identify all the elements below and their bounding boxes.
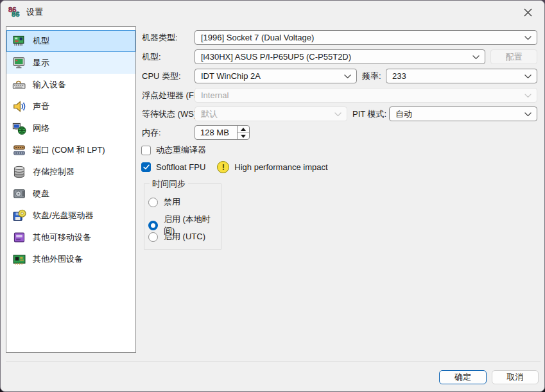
configure-button: 配置 <box>490 49 537 64</box>
chevron-down-icon <box>524 112 532 117</box>
peripherals-icon <box>12 252 26 266</box>
dynamic-recompiler-label[interactable]: 动态重编译器 <box>156 144 206 156</box>
ok-button[interactable]: 确定 <box>439 370 487 384</box>
ports-icon <box>12 143 26 157</box>
sidebar-item-other-removable[interactable]: 其他可移动设备 <box>6 226 135 248</box>
sidebar-item-label: 存储控制器 <box>33 166 74 178</box>
sidebar-item-label: 机型 <box>33 35 49 47</box>
wait-states-dropdown: 默认 <box>195 107 347 121</box>
sidebar-item-storage-controllers[interactable]: 存储控制器 <box>6 161 135 183</box>
softfloat-fpu-label[interactable]: Softfloat FPU <box>156 162 205 172</box>
category-list: 机型 显示 输入设备 <box>6 26 136 353</box>
dynamic-recompiler-row: 动态重编译器 <box>141 144 206 156</box>
sidebar-item-label: 端口 (COM 和 LPT) <box>33 144 105 156</box>
sidebar-item-label: 硬盘 <box>33 188 49 200</box>
footer-separator <box>6 361 541 362</box>
sidebar-item-network[interactable]: 网络 <box>6 117 135 139</box>
machine-type-label: 机器类型: <box>142 30 178 45</box>
radio-local-time[interactable] <box>148 221 158 230</box>
radio-disabled[interactable] <box>148 198 158 207</box>
softfloat-warning-text: High performance impact <box>234 162 327 172</box>
86box-logo-icon: 86 86 <box>8 5 21 18</box>
settings-dialog: 86 86 设置 机型 <box>0 0 545 392</box>
radio-utc-label[interactable]: 启用 (UTC) <box>164 231 205 243</box>
speed-label: 频率: <box>362 69 381 83</box>
sidebar-item-label: 其他外围设备 <box>33 253 83 265</box>
cancel-button[interactable]: 取消 <box>492 370 539 384</box>
spin-down-button[interactable] <box>238 133 249 139</box>
sidebar-item-hard-disks[interactable]: 硬盘 <box>6 183 135 205</box>
sidebar-item-sound[interactable]: 声音 <box>6 96 135 117</box>
spin-up-button[interactable] <box>238 126 249 133</box>
chevron-down-icon <box>334 112 342 117</box>
cpu-type-label: CPU 类型: <box>142 69 181 83</box>
memory-spinner[interactable]: 128 MB <box>195 125 250 140</box>
pit-mode-value: 自动 <box>395 108 412 120</box>
pit-mode-dropdown[interactable]: 自动 <box>389 107 537 121</box>
hard-disk-icon <box>12 187 26 201</box>
sidebar-item-label: 其他可移动设备 <box>33 232 91 243</box>
memory-value[interactable]: 128 MB <box>195 126 237 139</box>
machine-label: 机型: <box>142 49 161 64</box>
machine-icon <box>12 34 26 48</box>
chevron-down-icon <box>524 36 532 40</box>
warning-icon: ! <box>217 161 229 173</box>
chevron-down-icon <box>524 74 532 79</box>
floppy-cdrom-icon <box>12 209 26 223</box>
network-icon <box>12 121 26 135</box>
removable-devices-icon <box>12 230 26 244</box>
radio-disabled-label[interactable]: 禁用 <box>164 196 180 208</box>
speed-value: 233 <box>392 71 406 81</box>
sidebar-item-floppy-cdrom[interactable]: 软盘/光盘驱动器 <box>6 205 135 226</box>
input-devices-icon <box>12 78 26 92</box>
sidebar-item-machine[interactable]: 机型 <box>6 30 135 52</box>
sidebar-item-input-devices[interactable]: 输入设备 <box>6 74 135 96</box>
close-icon <box>524 8 532 17</box>
machine-type-value: [1996] Socket 7 (Dual Voltage) <box>201 33 314 42</box>
checkmark-icon <box>143 164 150 170</box>
chevron-down-icon <box>344 74 351 79</box>
memory-label: 内存: <box>142 125 161 140</box>
time-sync-group: 时间同步 禁用 启用 (本地时间) 启用 (UTC) <box>144 183 221 250</box>
sidebar-item-label: 软盘/光盘驱动器 <box>33 210 94 221</box>
machine-value: [i430HX] ASUS P/I-P65UP5 (C-P55T2D) <box>201 52 351 62</box>
chevron-down-icon <box>524 94 532 98</box>
machine-type-dropdown[interactable]: [1996] Socket 7 (Dual Voltage) <box>195 30 537 45</box>
close-button[interactable] <box>514 2 542 22</box>
title-bar: 86 86 设置 <box>1 1 544 25</box>
memory-spin-buttons <box>237 126 249 139</box>
time-sync-option-utc[interactable]: 启用 (UTC) <box>148 231 205 243</box>
window-title: 设置 <box>26 6 43 18</box>
display-icon <box>12 56 26 70</box>
storage-controllers-icon <box>12 165 26 179</box>
sound-icon <box>12 99 26 114</box>
fpu-dropdown: Internal <box>195 88 537 103</box>
sidebar-item-display[interactable]: 显示 <box>6 52 135 74</box>
sidebar-item-other-peripherals[interactable]: 其他外围设备 <box>6 248 135 270</box>
softfloat-fpu-row: Softfloat FPU ! High performance impact <box>141 161 328 173</box>
softfloat-fpu-checkbox[interactable] <box>141 162 151 172</box>
fpu-value: Internal <box>201 90 229 100</box>
time-sync-option-disabled[interactable]: 禁用 <box>148 196 180 208</box>
time-sync-legend: 时间同步 <box>150 178 188 190</box>
wait-states-value: 默认 <box>201 108 218 120</box>
dynamic-recompiler-checkbox[interactable] <box>141 146 151 155</box>
sidebar-item-label: 输入设备 <box>33 79 66 90</box>
machine-dropdown[interactable]: [i430HX] ASUS P/I-P65UP5 (C-P55T2D) <box>195 49 485 64</box>
cpu-type-dropdown[interactable]: IDT WinChip 2A <box>195 69 357 83</box>
cpu-type-value: IDT WinChip 2A <box>201 71 261 81</box>
sidebar-item-label: 网络 <box>33 123 49 134</box>
pit-mode-label: PIT 模式: <box>352 107 386 121</box>
radio-utc[interactable] <box>148 232 158 242</box>
wait-states-label: 等待状态 (WS): <box>142 107 199 121</box>
sidebar-item-label: 声音 <box>33 101 49 112</box>
sidebar-item-ports[interactable]: 端口 (COM 和 LPT) <box>6 139 135 161</box>
sidebar-item-label: 显示 <box>33 57 49 69</box>
speed-dropdown[interactable]: 233 <box>386 69 537 83</box>
svg-text:86: 86 <box>12 10 19 18</box>
chevron-down-icon <box>472 55 480 60</box>
